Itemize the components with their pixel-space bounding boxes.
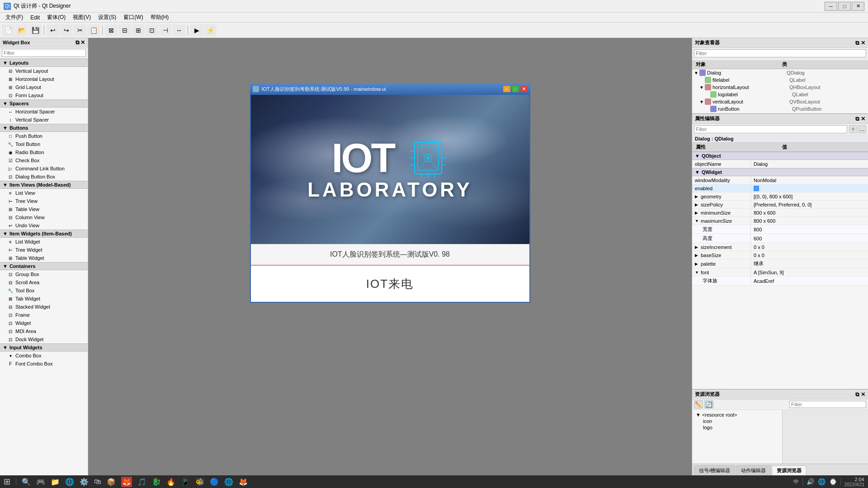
- taskbar-xbox[interactable]: 🎮: [36, 478, 45, 486]
- obj-row-runbutton[interactable]: runButton QPushButton: [692, 105, 868, 113]
- taskbar-app6[interactable]: 📱: [181, 478, 190, 486]
- obj-row-hlayout[interactable]: ▼ horizontalLayout QHBoxLayout: [692, 84, 868, 91]
- item-push-button[interactable]: □ Push Button: [0, 132, 88, 140]
- prop-value-sizepolicy[interactable]: [Preferred, Preferred, 0, 0]: [751, 201, 868, 208]
- prop-value-fontfamily[interactable]: AcadEref: [751, 277, 868, 285]
- toolbar-cut[interactable]: ✂: [74, 24, 86, 36]
- obj-expand-dialog[interactable]: ▼: [694, 70, 699, 75]
- widget-box-float-icon[interactable]: ⧉: [75, 39, 80, 46]
- item-table-widget[interactable]: ⊞ Table Widget: [0, 254, 88, 262]
- prop-value-sizeincrement[interactable]: 0 x 0: [751, 243, 868, 251]
- prop-value-maximumsize[interactable]: 800 x 600: [751, 217, 868, 225]
- property-editor-close-icon[interactable]: ✕: [861, 116, 865, 122]
- res-edit-btn[interactable]: ✏️: [694, 400, 703, 408]
- item-combo-box[interactable]: ▾ Combo Box: [0, 352, 88, 360]
- taskbar-ime[interactable]: 中: [793, 478, 799, 486]
- item-group-box[interactable]: ⊡ Group Box: [0, 270, 88, 278]
- taskbar-app5[interactable]: 🔥: [166, 478, 175, 486]
- prop-section-qobject[interactable]: ▼ QObject: [692, 152, 868, 160]
- tab-action-editor[interactable]: 动作编辑器: [736, 465, 771, 475]
- section-input-widgets[interactable]: ▼ Input Widgets: [0, 343, 88, 352]
- prop-enabled-checkbox[interactable]: [754, 186, 759, 191]
- taskbar-battery-icon[interactable]: ⌚: [829, 478, 837, 485]
- prop-value-font[interactable]: A [SimSun, 9]: [751, 268, 868, 276]
- item-undo-view[interactable]: ↩ Undo View: [0, 221, 88, 230]
- prop-value-minimumsize[interactable]: 800 x 600: [751, 209, 868, 216]
- item-form-layout[interactable]: ⊡ Form Layout: [0, 91, 88, 99]
- taskbar-app4[interactable]: 🐉: [152, 478, 161, 486]
- prop-value-height[interactable]: 600: [751, 234, 868, 243]
- taskbar-app8[interactable]: 🔵: [210, 478, 219, 486]
- prop-add-icon[interactable]: +: [849, 125, 857, 133]
- prop-section-qwidget[interactable]: ▼ QWidget: [692, 168, 868, 176]
- obj-row-logolabel[interactable]: logolabel QLabel: [692, 91, 868, 98]
- taskbar-search[interactable]: 🔍: [22, 478, 31, 486]
- item-radio-button[interactable]: ◉ Radio Button: [0, 148, 88, 156]
- prop-sizeincrement-expand[interactable]: ▶: [695, 245, 699, 249]
- taskbar-browser[interactable]: 🌐: [65, 478, 74, 486]
- toolbar-glayout[interactable]: ⊞: [132, 24, 145, 36]
- taskbar-datetime[interactable]: 2:04 2022/4/21: [844, 477, 865, 487]
- item-scroll-area[interactable]: ⊟ Scroll Area: [0, 278, 88, 286]
- menu-help[interactable]: 帮助(H): [147, 13, 173, 22]
- toolbar-redo[interactable]: ↪: [60, 24, 73, 36]
- taskbar-app9[interactable]: 🌐: [224, 478, 233, 486]
- section-item-views[interactable]: ▼ Item Views (Model-Based): [0, 181, 88, 189]
- design-window-minimize[interactable]: ─: [503, 86, 510, 92]
- item-font-combo-box[interactable]: F Font Combo Box: [0, 360, 88, 368]
- item-mdi-area[interactable]: ⊡ MDI Area: [0, 327, 88, 335]
- resource-filter-input[interactable]: [789, 401, 866, 408]
- item-v-spacer[interactable]: ↕ Vertical Spacer: [0, 116, 88, 124]
- menu-window[interactable]: 窗口(W): [120, 13, 146, 22]
- prop-options-icon[interactable]: …: [858, 125, 866, 133]
- prop-value-windowmodality[interactable]: NonModal: [751, 176, 868, 184]
- taskbar-app10[interactable]: 🦊: [239, 478, 248, 486]
- obj-expand-vlayout[interactable]: ▼: [699, 99, 705, 104]
- toolbar-hlayout[interactable]: ⊠: [105, 24, 118, 36]
- res-tree-logo[interactable]: logo: [694, 424, 780, 431]
- item-tool-button[interactable]: 🔧 Tool Button: [0, 140, 88, 148]
- res-root-expand[interactable]: ▼: [696, 412, 701, 418]
- prop-value-palette[interactable]: 继承: [751, 259, 868, 268]
- prop-value-enabled[interactable]: [751, 184, 868, 192]
- tab-signal-slot[interactable]: 信号/槽编辑器: [694, 465, 735, 475]
- section-buttons[interactable]: ▼ Buttons: [0, 124, 88, 132]
- canvas-area[interactable]: IOT人脸识别签到考勤系统-测试版V0.99 - mainwindow.ui ─…: [88, 38, 692, 475]
- prop-sizepolicy-expand[interactable]: ▶: [695, 202, 699, 207]
- taskbar-app2[interactable]: 🦊: [121, 477, 132, 487]
- item-horizontal-layout[interactable]: ⊠ Horizontal Layout: [0, 75, 88, 83]
- prop-minimumsize-expand[interactable]: ▶: [695, 211, 699, 215]
- toolbar-undo[interactable]: ↩: [47, 24, 59, 36]
- menu-settings[interactable]: 设置(S): [94, 13, 120, 22]
- item-tree-view[interactable]: ⊢ Tree View: [0, 197, 88, 205]
- design-window-close[interactable]: ✕: [520, 86, 528, 92]
- item-dialog-button-box[interactable]: ⊡ Dialog Button Box: [0, 173, 88, 181]
- prop-value-basesize[interactable]: 0 x 0: [751, 251, 868, 259]
- section-spacers[interactable]: ▼ Spacers: [0, 99, 88, 108]
- item-dock-widget[interactable]: ⊡ Dock Widget: [0, 335, 88, 343]
- toolbar-new[interactable]: 📄: [2, 24, 14, 36]
- item-h-spacer[interactable]: ↔ Horizontal Spacer: [0, 108, 88, 116]
- taskbar-app1[interactable]: 📦: [107, 478, 116, 486]
- menu-form[interactable]: 窗体(O): [43, 13, 69, 22]
- toolbar-open[interactable]: 📂: [15, 24, 28, 36]
- prop-palette-expand[interactable]: ▶: [695, 262, 699, 266]
- prop-font-expand[interactable]: ▼: [695, 270, 699, 275]
- object-inspector-filter-input[interactable]: [694, 49, 866, 57]
- section-containers[interactable]: ▼ Containers: [0, 262, 88, 270]
- menu-edit[interactable]: Edit: [27, 14, 43, 22]
- resource-browser-float-icon[interactable]: ⧉: [855, 391, 859, 398]
- item-tree-widget[interactable]: ⊢ Tree Widget: [0, 246, 88, 254]
- menu-view[interactable]: 视图(V): [69, 13, 94, 22]
- taskbar-settings[interactable]: ⚙️: [80, 478, 89, 486]
- taskbar-app7[interactable]: 🐝: [195, 478, 204, 486]
- res-tree-root[interactable]: ▼ <resource root>: [694, 412, 780, 418]
- widget-box-close-icon[interactable]: ✕: [80, 39, 85, 46]
- item-column-view[interactable]: ⊟ Column View: [0, 213, 88, 221]
- design-window-maximize[interactable]: □: [512, 86, 519, 92]
- item-frame[interactable]: ⊡ Frame: [0, 311, 88, 319]
- prop-value-geometry[interactable]: [(0, 0), 800 x 600]: [751, 192, 868, 200]
- res-tree-icon[interactable]: icon: [694, 418, 780, 424]
- res-refresh-btn[interactable]: 🔄: [704, 400, 713, 408]
- obj-row-filelabel[interactable]: filelabel QLabel: [692, 76, 868, 84]
